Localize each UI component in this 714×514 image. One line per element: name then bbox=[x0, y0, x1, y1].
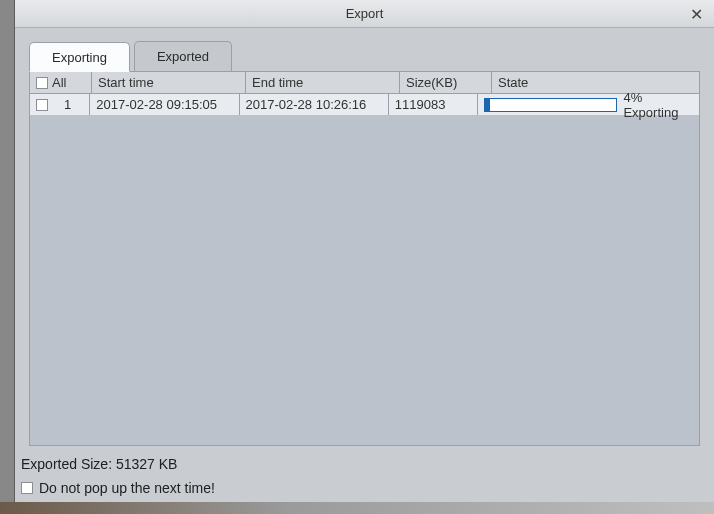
tab-exporting-label: Exporting bbox=[52, 50, 107, 65]
dont-popup-label: Do not pop up the next time! bbox=[39, 480, 215, 496]
titlebar: Export ✕ bbox=[15, 0, 714, 28]
row-start-time: 2017-02-28 09:15:05 bbox=[90, 94, 239, 115]
header-end: End time bbox=[246, 72, 400, 93]
header-all-label: All bbox=[52, 75, 66, 90]
window-title: Export bbox=[346, 6, 384, 21]
header-all: All bbox=[30, 72, 92, 93]
select-all-checkbox[interactable] bbox=[36, 77, 48, 89]
header-size: Size(KB) bbox=[400, 72, 492, 93]
row-checkbox[interactable] bbox=[36, 99, 48, 111]
header-start: Start time bbox=[92, 72, 246, 93]
row-state-text: 4% Exporting bbox=[623, 90, 693, 120]
footer: Exported Size: 51327 KB Do not pop up th… bbox=[15, 446, 714, 502]
progress-fill bbox=[485, 99, 490, 111]
table-body: 1 2017-02-28 09:15:05 2017-02-28 10:26:1… bbox=[30, 94, 699, 116]
progress-bar bbox=[484, 98, 617, 112]
tab-row: Exporting Exported bbox=[15, 28, 714, 72]
row-select-cell: 1 bbox=[30, 94, 90, 115]
row-size: 1119083 bbox=[389, 94, 478, 115]
dont-popup-checkbox[interactable] bbox=[21, 482, 33, 494]
exported-size-label: Exported Size: 51327 KB bbox=[21, 456, 700, 472]
close-icon[interactable]: ✕ bbox=[686, 4, 706, 24]
tab-exported[interactable]: Exported bbox=[134, 41, 232, 71]
row-end-time: 2017-02-28 10:26:16 bbox=[240, 94, 389, 115]
row-index: 1 bbox=[52, 97, 83, 112]
tab-exporting[interactable]: Exporting bbox=[29, 42, 130, 72]
row-state: 4% Exporting bbox=[478, 94, 699, 115]
export-dialog: Export ✕ Exporting Exported All Start ti… bbox=[14, 0, 714, 502]
table-row: 1 2017-02-28 09:15:05 2017-02-28 10:26:1… bbox=[30, 94, 699, 116]
tab-exported-label: Exported bbox=[157, 49, 209, 64]
export-table: All Start time End time Size(KB) State 1… bbox=[29, 71, 700, 446]
